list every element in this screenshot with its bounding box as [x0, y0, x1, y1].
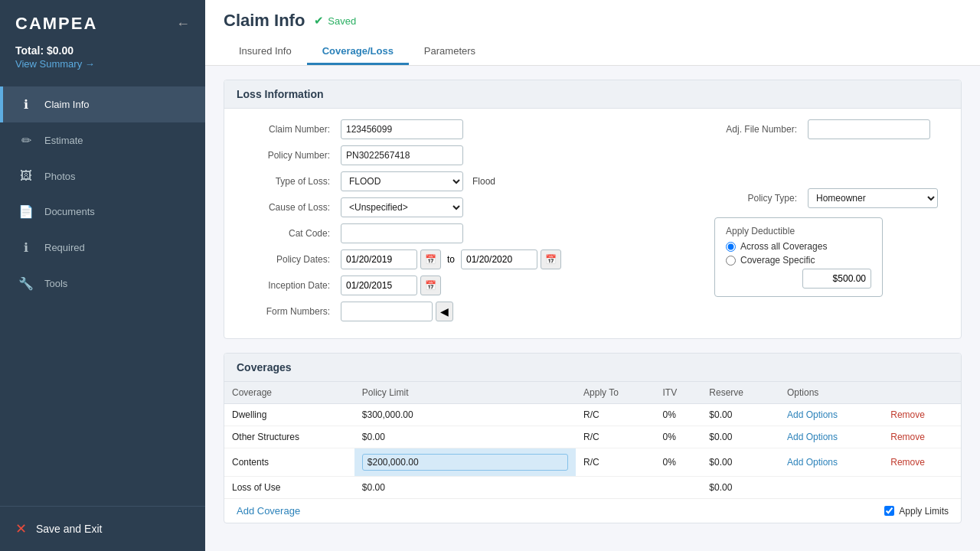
back-icon[interactable]: ←	[176, 16, 190, 32]
remove-button[interactable]: Remove	[890, 409, 925, 420]
coverage-name-cell: Other Structures	[224, 426, 354, 448]
main-content: Claim Info ✔ Saved Insured Info Coverage…	[205, 0, 980, 551]
sidebar-total: Total: $0.00 View Summary →	[0, 41, 205, 73]
required-icon: ℹ	[18, 240, 34, 255]
sidebar-item-estimate[interactable]: ✏ Estimate	[0, 122, 205, 158]
policy-number-input[interactable]	[341, 145, 463, 165]
page-title: Claim Info	[224, 11, 305, 31]
sidebar-item-required[interactable]: ℹ Required	[0, 230, 205, 266]
remove-button[interactable]: Remove	[890, 432, 925, 442]
form-numbers-expand-button[interactable]: ◀	[436, 302, 453, 321]
policy-dates-row: Policy Dates: 📅 to 📅	[237, 249, 681, 269]
deductible-amount-input[interactable]	[802, 269, 871, 289]
sidebar-item-tools[interactable]: 🔧 Tools	[0, 266, 205, 302]
coverage-name-cell: Contents	[224, 448, 354, 477]
cat-code-input[interactable]	[341, 223, 463, 243]
sidebar-item-photos[interactable]: 🖼 Photos	[0, 158, 205, 194]
estimate-icon: ✏	[18, 133, 34, 148]
policy-date-to-calendar-button[interactable]: 📅	[541, 249, 561, 269]
policy-date-to-input[interactable]	[461, 249, 537, 269]
tab-insured-info[interactable]: Insured Info	[224, 38, 307, 65]
options-cell	[779, 477, 883, 499]
loss-info-right: Adj. File Number: Policy Type: Homeowner…	[681, 119, 949, 328]
apply-to-cell	[576, 477, 655, 499]
adj-file-number-input[interactable]	[808, 119, 930, 139]
loss-information-section: Loss Information Claim Number: Policy Nu…	[224, 80, 962, 339]
reserve-cell: $0.00	[701, 448, 779, 477]
add-options-button[interactable]: Add Options	[787, 432, 838, 442]
saved-label: Saved	[328, 15, 356, 27]
policy-date-from-input[interactable]	[341, 249, 417, 269]
adj-file-number-row: Adj. File Number:	[704, 119, 949, 139]
add-options-button[interactable]: Add Options	[787, 409, 838, 420]
remove-cell[interactable]: Remove	[883, 404, 961, 426]
app-logo: CAMPEA	[15, 14, 97, 34]
options-cell[interactable]: Add Options	[779, 404, 883, 426]
policy-limit-cell[interactable]	[354, 448, 576, 477]
type-of-loss-row: Type of Loss: FLOOD FIRE WIND WATER OTHE…	[237, 171, 681, 191]
save-exit-label: Save and Exit	[36, 523, 102, 535]
apply-deductible-title: Apply Deductible	[726, 226, 871, 236]
coverage-specific-radio[interactable]	[726, 256, 736, 266]
sidebar-item-claim-info[interactable]: ℹ Claim Info	[0, 86, 205, 122]
form-numbers-input[interactable]	[341, 302, 433, 321]
remove-cell[interactable]: Remove	[883, 426, 961, 448]
tab-coverage-loss[interactable]: Coverage/Loss	[307, 38, 409, 65]
policy-date-from-calendar-button[interactable]: 📅	[420, 249, 441, 269]
photos-icon: 🖼	[18, 169, 34, 183]
coverage-name-cell: Dwelling	[224, 404, 354, 426]
remove-cell	[883, 477, 961, 499]
sidebar-item-documents[interactable]: 📄 Documents	[0, 194, 205, 230]
type-of-loss-hint: Flood	[472, 176, 495, 187]
remove-button[interactable]: Remove	[890, 457, 925, 468]
policy-type-select[interactable]: Homeowner Renter Condo Commercial	[808, 188, 938, 208]
table-row: Loss of Use $0.00 $0.00	[224, 477, 961, 499]
coverage-specific-label: Coverage Specific	[740, 255, 815, 266]
type-of-loss-select[interactable]: FLOOD FIRE WIND WATER OTHER	[341, 171, 463, 191]
reserve-cell: $0.00	[701, 426, 779, 448]
coverages-section: Coverages Coverage Policy Limit Apply To…	[224, 353, 962, 523]
policy-limit-input[interactable]	[362, 454, 568, 471]
options-cell[interactable]: Add Options	[779, 426, 883, 448]
sidebar-item-label: Estimate	[44, 135, 83, 146]
options-cell[interactable]: Add Options	[779, 448, 883, 477]
save-exit-button[interactable]: ✕ Save and Exit	[0, 506, 205, 551]
sidebar-nav: ℹ Claim Info ✏ Estimate 🖼 Photos 📄 Docum…	[0, 86, 205, 506]
col-policy-limit: Policy Limit	[354, 382, 576, 404]
documents-icon: 📄	[18, 204, 34, 219]
policy-type-row: Policy Type: Homeowner Renter Condo Comm…	[704, 188, 949, 208]
main-body: Loss Information Claim Number: Policy Nu…	[205, 66, 980, 551]
loss-information-title: Loss Information	[224, 80, 961, 109]
sidebar-item-label: Claim Info	[44, 99, 90, 110]
col-actions	[883, 382, 961, 404]
itv-cell: 0%	[655, 404, 702, 426]
apply-limits-checkbox[interactable]	[884, 506, 894, 516]
apply-limits-label: Apply Limits	[899, 506, 949, 517]
across-all-coverages-label: Across all Coverages	[740, 241, 827, 252]
claim-number-row: Claim Number:	[237, 119, 681, 139]
apply-to-cell: R/C	[576, 448, 655, 477]
tab-parameters[interactable]: Parameters	[409, 38, 491, 65]
inception-date-calendar-button[interactable]: 📅	[420, 276, 441, 295]
tab-bar: Insured Info Coverage/Loss Parameters	[224, 38, 962, 65]
loss-info-left: Claim Number: Policy Number: Type of Los…	[237, 119, 681, 328]
col-options: Options	[779, 382, 883, 404]
view-summary-link[interactable]: View Summary →	[15, 58, 190, 70]
policy-limit-cell: $300,000.00	[354, 404, 576, 426]
claim-number-input[interactable]	[341, 119, 463, 139]
add-options-button[interactable]: Add Options	[787, 457, 838, 468]
policy-dates-label: Policy Dates:	[237, 254, 336, 265]
add-coverage-button[interactable]: Add Coverage	[237, 505, 300, 517]
apply-to-cell: R/C	[576, 404, 655, 426]
cause-of-loss-select[interactable]: <Unspecified> Wind Hail Fire Flood	[341, 197, 463, 217]
sidebar-item-label: Photos	[44, 171, 75, 182]
apply-to-cell: R/C	[576, 426, 655, 448]
inception-date-input[interactable]	[341, 276, 417, 295]
cat-code-label: Cat Code:	[237, 228, 336, 239]
across-all-coverages-radio[interactable]	[726, 242, 736, 252]
remove-cell[interactable]: Remove	[883, 448, 961, 477]
deductible-box: Apply Deductible Across all Coverages Co…	[714, 217, 883, 297]
adj-file-number-label: Adj. File Number:	[704, 124, 803, 135]
table-row: Dwelling $300,000.00 R/C 0% $0.00 Add Op…	[224, 404, 961, 426]
info-icon: ℹ	[18, 97, 34, 112]
